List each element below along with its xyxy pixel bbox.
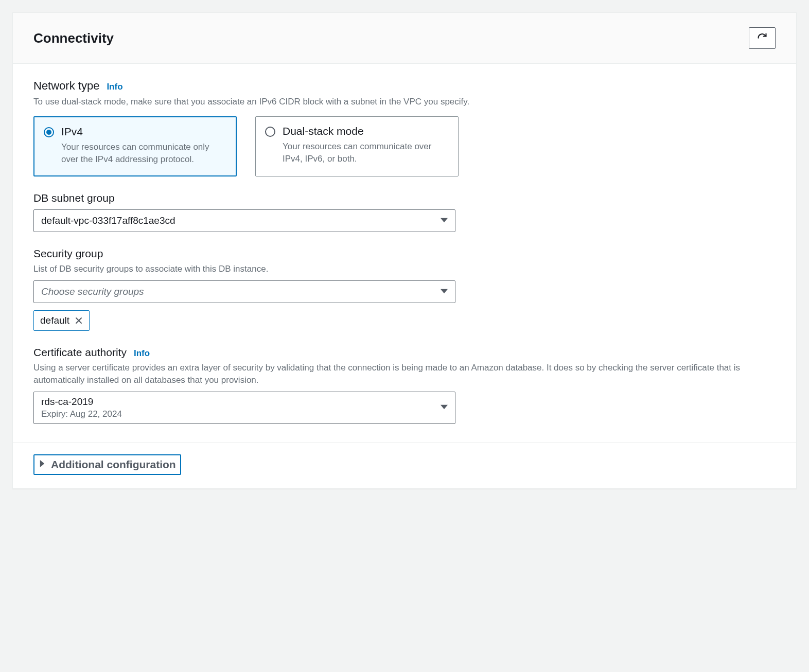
option-title: Dual-stack mode <box>283 125 449 137</box>
network-type-desc: To use dual-stack mode, make sure that y… <box>33 96 776 108</box>
select-placeholder: Choose security groups <box>41 286 144 297</box>
panel-header: Connectivity <box>13 13 796 64</box>
panel-footer: Additional configuration <box>13 443 796 488</box>
security-group-select[interactable]: Choose security groups <box>33 280 455 303</box>
chevron-down-icon <box>441 403 448 412</box>
network-type-options: IPv4 Your resources can communicate only… <box>33 116 776 177</box>
refresh-icon <box>757 32 767 44</box>
security-group-tokens: default <box>33 310 776 331</box>
token-label: default <box>40 315 69 326</box>
panel-title: Connectivity <box>33 30 114 46</box>
chevron-down-icon <box>441 217 448 225</box>
select-value: default-vpc-033f17aff8c1ae3cd <box>41 215 175 226</box>
network-type-info-link[interactable]: Info <box>107 82 122 92</box>
security-group-token-default: default <box>33 310 90 331</box>
network-type-section: Network type Info To use dual-stack mode… <box>33 79 776 176</box>
network-type-label: Network type <box>33 79 99 93</box>
security-group-label: Security group <box>33 247 776 260</box>
refresh-button[interactable] <box>749 27 776 49</box>
certificate-authority-desc: Using a server certificate provides an e… <box>33 362 776 386</box>
select-value: rds-ca-2019 <box>41 396 122 408</box>
additional-configuration-expander[interactable]: Additional configuration <box>33 454 181 475</box>
network-type-option-ipv4[interactable]: IPv4 Your resources can communicate only… <box>33 116 237 177</box>
radio-icon <box>44 127 54 137</box>
certificate-authority-select[interactable]: rds-ca-2019 Expiry: Aug 22, 2024 <box>33 392 455 424</box>
certificate-authority-label: Certificate authority <box>33 346 127 359</box>
chevron-down-icon <box>441 288 448 296</box>
db-subnet-group-select[interactable]: default-vpc-033f17aff8c1ae3cd <box>33 209 455 232</box>
expander-label: Additional configuration <box>51 458 176 471</box>
option-title: IPv4 <box>61 126 226 138</box>
security-group-section: Security group List of DB security group… <box>33 247 776 331</box>
option-desc: Your resources can communicate only over… <box>61 141 226 166</box>
certificate-authority-info-link[interactable]: Info <box>134 348 150 359</box>
select-expiry: Expiry: Aug 22, 2024 <box>41 409 122 419</box>
radio-icon <box>265 127 275 137</box>
token-remove-button[interactable] <box>75 316 83 325</box>
db-subnet-group-section: DB subnet group default-vpc-033f17aff8c1… <box>33 192 776 232</box>
connectivity-panel: Connectivity Network type Info To use du… <box>12 12 797 489</box>
certificate-authority-section: Certificate authority Info Using a serve… <box>33 346 776 423</box>
db-subnet-group-label: DB subnet group <box>33 192 776 204</box>
caret-right-icon <box>39 460 46 469</box>
panel-body: Network type Info To use dual-stack mode… <box>13 64 796 443</box>
network-type-option-dualstack[interactable]: Dual-stack mode Your resources can commu… <box>255 116 459 177</box>
option-desc: Your resources can communicate over IPv4… <box>283 140 449 165</box>
security-group-desc: List of DB security groups to associate … <box>33 263 776 275</box>
